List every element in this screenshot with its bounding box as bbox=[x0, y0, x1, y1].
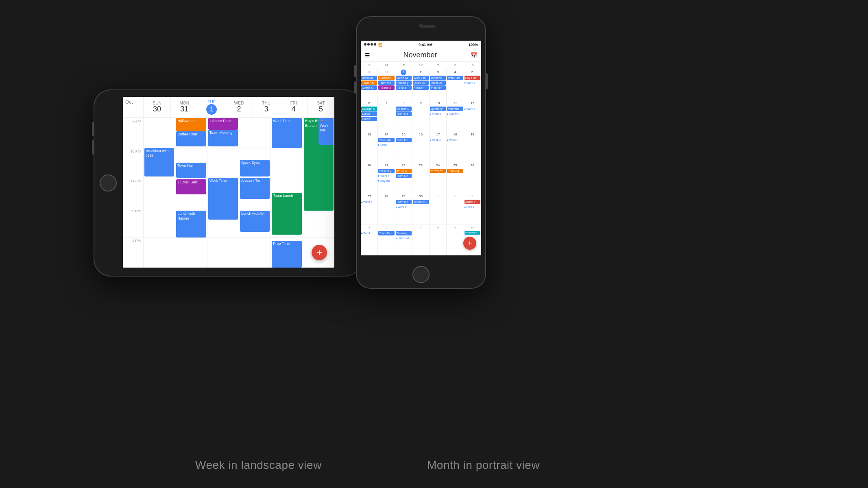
day-nov1[interactable]: 1 Lunch wi Product [ ↓ Share bbox=[395, 69, 412, 100]
day-oct30[interactable]: 30 Breakfas Town Hal Coffee C bbox=[361, 69, 378, 100]
event-quick-sync[interactable]: Quick Sync bbox=[240, 160, 270, 176]
day-nov14[interactable]: 14 Yaar / An Make bbox=[378, 131, 395, 162]
ev-send[interactable]: Send bbox=[361, 231, 377, 235]
day-nov3[interactable]: 3 Lunch wi Team Lu Prep Tim bbox=[430, 69, 447, 100]
day-nov7[interactable]: 7 bbox=[378, 100, 395, 131]
day-dec9[interactable]: 9 bbox=[447, 224, 464, 255]
day-nov19[interactable]: 19 bbox=[464, 131, 481, 162]
day-nov21[interactable]: 21 Present y Work o Buy dol bbox=[378, 162, 395, 193]
ev-quick-sy[interactable]: Quick Sy bbox=[413, 81, 429, 85]
day-dec3[interactable]: 3 Aniket Vi Pick u bbox=[464, 193, 481, 224]
event-work-time-tue[interactable]: Work Time bbox=[208, 178, 238, 220]
ev-election[interactable]: Election D bbox=[396, 107, 412, 111]
ev-team-me8[interactable]: Team Me bbox=[396, 111, 412, 116]
ev-pick-up[interactable]: Pick u bbox=[465, 205, 480, 209]
day-nov18[interactable]: 18 Work o bbox=[447, 131, 464, 162]
ev-share[interactable]: ↓ Share bbox=[396, 85, 412, 90]
ev-team-lu[interactable]: Team Lu bbox=[430, 81, 446, 85]
ev-lunch-w3[interactable]: Lunch wi bbox=[430, 76, 446, 80]
ev-coffee-c[interactable]: Coffee C bbox=[361, 85, 377, 90]
vol-up-portrait[interactable] bbox=[354, 65, 356, 77]
ev-present21[interactable]: Present y bbox=[378, 169, 394, 173]
event-work-time-fri[interactable]: Work Time bbox=[272, 118, 301, 148]
ev-anissa[interactable]: Anissa / bbox=[413, 85, 429, 90]
day-nov22[interactable]: 22 Avi Sela Team Me bbox=[395, 162, 412, 193]
ev-work-o5[interactable]: Work o bbox=[465, 81, 480, 85]
ev-team-me22[interactable]: Team Me bbox=[396, 174, 412, 178]
vol-down-button[interactable] bbox=[92, 140, 94, 155]
ev-make14[interactable]: Make bbox=[378, 143, 394, 147]
ev-work-o10[interactable]: Work o bbox=[430, 111, 446, 116]
ev-call-mc[interactable]: Call Mc bbox=[447, 111, 463, 116]
day-header-5[interactable]: FRI 4 bbox=[280, 97, 307, 118]
ev-lunch-wi[interactable]: Lunch wi bbox=[396, 236, 412, 240]
event-team-lunch[interactable]: Team Lunch bbox=[272, 193, 301, 235]
day-nov2[interactable]: 2 Work Tim Quick Sy Anissa / bbox=[412, 69, 430, 100]
ev-daylight[interactable]: Daylight S bbox=[361, 107, 377, 111]
ev-grocer[interactable]: Grocer bbox=[361, 117, 377, 121]
day-dec6[interactable]: 6 Training Lunch wi bbox=[395, 224, 412, 255]
day-dec7[interactable]: 7 bbox=[412, 224, 430, 255]
vol-up-button[interactable] bbox=[92, 122, 94, 136]
event-town-hall[interactable]: Town Hall bbox=[176, 163, 206, 178]
event-breakfast-jess[interactable]: Breakfast with Jess bbox=[144, 148, 174, 176]
day-nov30[interactable]: 30 Team Offsite bbox=[412, 193, 430, 224]
day-nov8[interactable]: 8 Election D Team Me bbox=[395, 100, 412, 131]
day-dec5[interactable]: 5 Team Me bbox=[378, 224, 395, 255]
day-nov6[interactable]: 6 Daylight S Lunch Grocer bbox=[361, 100, 378, 131]
ev-prep-t[interactable]: Prep Tim bbox=[430, 85, 446, 90]
day-header-6[interactable]: SAT 5 bbox=[307, 97, 334, 118]
event-anissa-tor[interactable]: Anissa / Tor bbox=[240, 178, 270, 199]
day-nov4[interactable]: 4 Work Tim bbox=[447, 69, 464, 100]
ev-hosting[interactable]: Hosting Family for Thanksgiving bbox=[430, 169, 446, 173]
day-nov16[interactable]: 16 bbox=[412, 131, 430, 162]
ev-work-t4[interactable]: Work Tim bbox=[447, 76, 463, 80]
day-nov12[interactable]: 12 Work o bbox=[464, 100, 481, 131]
day-header-4[interactable]: THU 3 bbox=[253, 97, 280, 118]
hamburger-icon[interactable]: ☰ bbox=[365, 52, 370, 59]
day-nov17[interactable]: 17 Work o bbox=[430, 131, 447, 162]
ev-weekend-portland[interactable]: Weekend in Portland bbox=[465, 231, 480, 235]
ev-team-me29[interactable]: Team Me bbox=[396, 200, 412, 204]
day-nov27[interactable]: 27 Work o bbox=[361, 193, 378, 224]
day-nov9[interactable]: 9 bbox=[412, 100, 430, 131]
event-workout[interactable]: 🏃 Work out bbox=[318, 118, 334, 145]
home-button[interactable] bbox=[100, 174, 117, 192]
day-dec1[interactable]: 1 bbox=[430, 193, 447, 224]
day-nov28[interactable]: 28 bbox=[378, 193, 395, 224]
day-col-1[interactable]: Halloween Coffee Chat Town Hall ↓ Email … bbox=[175, 118, 207, 268]
day-nov26[interactable]: 26 bbox=[464, 162, 481, 193]
day-header-1[interactable]: MON 31 bbox=[170, 97, 198, 118]
ev-team-me-dec5[interactable]: Team Me bbox=[378, 231, 394, 235]
ev-halloween[interactable]: Hallowee bbox=[378, 76, 394, 80]
ev-work-o18[interactable]: Work o bbox=[447, 138, 463, 142]
day-dec2[interactable]: 2 bbox=[447, 193, 464, 224]
ev-email-s[interactable]: ↓ Email S bbox=[378, 85, 394, 90]
day-dec4[interactable]: 4 Send bbox=[361, 224, 378, 255]
ev-work-o12[interactable]: Work o bbox=[465, 107, 480, 111]
ev-breakfast[interactable]: Breakfas bbox=[361, 76, 377, 80]
ev-team-offsite[interactable]: Team Offsite bbox=[413, 200, 429, 204]
day-nov11[interactable]: 11 Veterans Call Mc bbox=[447, 100, 464, 131]
ev-team-me15[interactable]: Team Me bbox=[396, 138, 412, 142]
day-nov13[interactable]: 13 bbox=[361, 131, 378, 162]
day-nov24[interactable]: 24 Hosting Family for Thanksgiving bbox=[430, 162, 447, 193]
ev-quarterly[interactable]: Quarterly bbox=[430, 107, 446, 111]
ev-buy-dol[interactable]: Buy dol bbox=[378, 179, 394, 183]
calendar-icon[interactable]: 📅 bbox=[470, 52, 477, 59]
day-nov29[interactable]: 29 Team Me Work o bbox=[395, 193, 412, 224]
day-col-0[interactable]: Breakfast with Jess bbox=[143, 118, 175, 268]
ev-work-o17[interactable]: Work o bbox=[430, 138, 446, 142]
ev-work-o27[interactable]: Work o bbox=[361, 200, 377, 204]
event-share-deck[interactable]: ↓ Share Deck bbox=[208, 118, 238, 130]
day-header-2[interactable]: TUE 1 bbox=[198, 97, 225, 118]
event-prep-time-fri[interactable]: Prep Time bbox=[272, 241, 301, 268]
ev-lunch-w[interactable]: Lunch wi bbox=[396, 76, 412, 80]
day-col-2[interactable]: Team Meeting ↓ Share Deck Work Time bbox=[207, 118, 239, 268]
ev-work-time2[interactable]: Work Tim bbox=[413, 76, 429, 80]
ev-lunch6[interactable]: Lunch bbox=[361, 111, 377, 116]
ev-aniket[interactable]: Aniket Vi bbox=[465, 200, 480, 204]
day-dec8[interactable]: 8 bbox=[430, 224, 447, 255]
ev-team-me1[interactable]: Team Me bbox=[378, 81, 394, 85]
event-halloween[interactable]: Halloween bbox=[176, 118, 206, 131]
